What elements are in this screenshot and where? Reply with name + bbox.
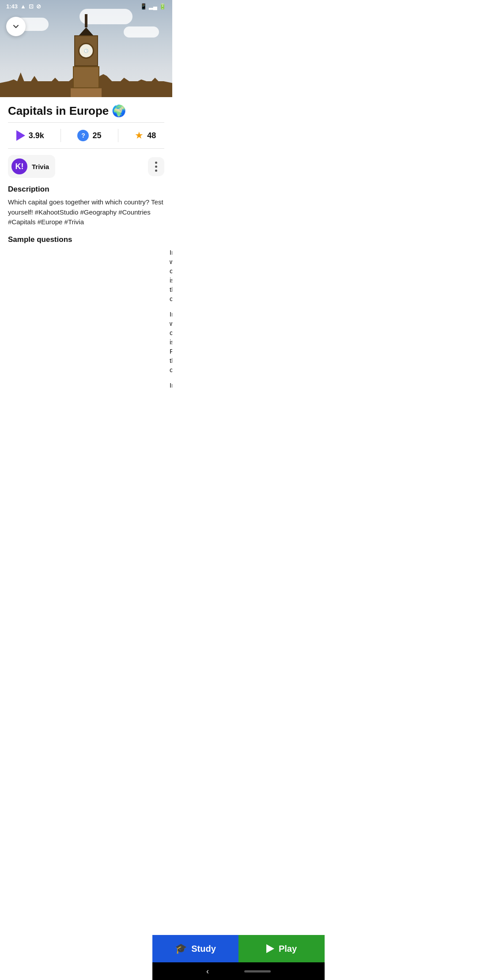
list-item: In... <box>8 381 164 390</box>
status-right: 📳 ▂▄ 🔋 <box>140 3 166 10</box>
sample-questions-heading: Sample questions <box>8 235 164 244</box>
question-text-1: In which country is Paris the capital? <box>170 248 172 303</box>
stats-row: 3.9k ? 25 ★ 48 <box>8 122 164 149</box>
main-content: Capitals in Europe 🌍 3.9k ? 25 ★ 48 K! T… <box>0 97 172 390</box>
status-bar: 1:43 ▲ ⊡ ⊘ 📳 ▂▄ 🔋 <box>0 0 172 12</box>
question-icon: ? <box>77 130 89 141</box>
battery-icon: 🔋 <box>159 3 166 10</box>
plays-stat: 3.9k <box>16 130 44 141</box>
photos-icon: ⊡ <box>29 3 34 10</box>
quiz-title: Capitals in Europe 🌍 <box>8 104 164 118</box>
question-text-3: In... <box>170 381 172 390</box>
kahoot-logo: K! <box>11 158 27 174</box>
signal-icon: ▂▄ <box>149 3 157 10</box>
back-button[interactable] <box>6 17 26 36</box>
bigben-base <box>71 88 102 97</box>
hero-image: 🕓 <box>0 0 172 97</box>
creator-name: Trivia <box>32 163 49 170</box>
bigben-clock-section: 🕓 <box>74 35 98 66</box>
question-text-2: In which country is Prague the capital? <box>170 309 172 374</box>
creator-row: K! Trivia <box>8 155 164 178</box>
cloud-3 <box>124 26 159 38</box>
divider-2 <box>118 129 118 142</box>
vibrate-icon: 📳 <box>140 3 147 10</box>
star-icon: ★ <box>135 130 144 141</box>
three-dots-icon <box>155 162 157 172</box>
description-heading: Description <box>8 185 164 194</box>
bigben-roof <box>77 27 95 35</box>
favorites-stat: ★ 48 <box>135 130 156 141</box>
questions-stat: ? 25 <box>77 130 101 141</box>
bigben-body <box>73 66 99 88</box>
clock-face: 🕓 <box>78 43 94 59</box>
description-text: Which capital goes together with which c… <box>8 197 164 227</box>
time: 1:43 <box>6 3 18 10</box>
status-left: 1:43 ▲ ⊡ ⊘ <box>6 3 41 10</box>
plays-count: 3.9k <box>29 131 44 140</box>
divider-1 <box>61 129 61 142</box>
drive-icon: ▲ <box>20 3 26 10</box>
list-item: In which country is Paris the capital? <box>8 248 164 303</box>
questions-count: 25 <box>92 131 101 140</box>
sample-questions-section: Sample questions In which country is Par… <box>8 235 164 390</box>
bigben: 🕓 <box>71 14 102 97</box>
play-icon <box>16 130 25 141</box>
favorites-count: 48 <box>147 131 156 140</box>
more-button[interactable] <box>148 157 164 176</box>
list-item: In which country is Prague the capital? <box>8 309 164 374</box>
dnd-icon: ⊘ <box>36 3 41 10</box>
creator-badge: K! Trivia <box>8 155 55 178</box>
bigben-spire <box>85 14 87 27</box>
